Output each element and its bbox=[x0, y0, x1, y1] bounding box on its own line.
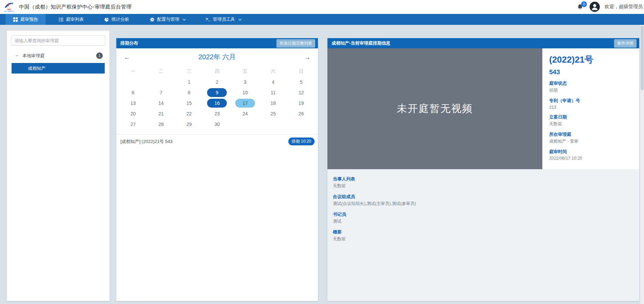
calendar-day[interactable]: 1 bbox=[185, 79, 193, 85]
calendar-day-cell: 11 bbox=[259, 87, 287, 98]
tab-admin-tools[interactable]: >_管理员工具 bbox=[198, 14, 248, 25]
calendar-day-cell: 5 bbox=[287, 77, 315, 87]
case-fields: 庭审状态排期专利（申请）号213立案日期无数据所在审理庭成都知产 - 复审庭审时… bbox=[549, 80, 639, 161]
calendar-day[interactable]: 5 bbox=[297, 79, 306, 85]
calendar-day-cell: 24 bbox=[231, 108, 259, 119]
calendar-day[interactable]: 30 bbox=[213, 122, 221, 127]
sidebar-item-chengdu-court[interactable]: 成都知产 bbox=[12, 63, 105, 74]
schedule-panel-title: 排期分布 bbox=[120, 40, 138, 46]
tab-config-management[interactable]: 配置与管理 bbox=[142, 14, 192, 25]
calendar-day[interactable]: 12 bbox=[297, 90, 306, 95]
calendar-day-cell: 25 bbox=[259, 108, 287, 119]
sidebar-tree-node-local-courts[interactable]: − 本地审理庭 1 bbox=[11, 50, 105, 61]
field-value: 无数据 bbox=[549, 121, 639, 127]
trial-video-area: 未开庭暂无视频 bbox=[327, 48, 542, 169]
court-search-input[interactable] bbox=[11, 35, 105, 46]
logo-swoosh-icon bbox=[4, 1, 14, 9]
field-label: 所在审理庭 bbox=[549, 131, 639, 138]
calendar-day[interactable]: 29 bbox=[185, 122, 193, 127]
ippc-logo: IPPC 知识产权保护中心 bbox=[3, 1, 15, 13]
calendar-day[interactable]: 13 bbox=[129, 100, 137, 106]
field-label: 概要 bbox=[333, 229, 634, 235]
calendar-day[interactable]: 26 bbox=[297, 111, 306, 116]
calendar-day[interactable]: 16 bbox=[207, 99, 227, 108]
field-value: 无数据 bbox=[333, 236, 634, 242]
calendar-empty-cell bbox=[147, 77, 175, 87]
tab-statistics[interactable]: 统计分析 bbox=[97, 14, 137, 25]
case-detail-section: 当事人列表无数据合议组成员测试(合议组组长),测试(主审员),测试(参审员)书记… bbox=[327, 169, 639, 301]
calendar-day-cell: 13 bbox=[119, 98, 147, 108]
tab-trial-preview[interactable]: 庭审预告 bbox=[5, 14, 46, 25]
nav-item-label: 庭审列表 bbox=[66, 16, 84, 22]
calendar-day-cell: 16 bbox=[203, 98, 231, 108]
case-detail-button[interactable]: 案件详情 bbox=[614, 39, 637, 48]
calendar-day[interactable]: 20 bbox=[129, 111, 137, 116]
case-field: 庭审状态排期 bbox=[549, 80, 639, 93]
calendar-day-cell: 27 bbox=[119, 119, 147, 129]
calendar-day[interactable]: 3 bbox=[241, 79, 250, 85]
court-sidebar: − 本地审理庭 1 成都知产 bbox=[7, 31, 109, 301]
calendar-day[interactable]: 9 bbox=[207, 88, 227, 97]
no-video-placeholder: 未开庭暂无视频 bbox=[397, 102, 473, 116]
notification-count-badge: 0 bbox=[581, 1, 587, 7]
calendar-day[interactable]: 27 bbox=[129, 122, 137, 127]
weekday-label: 二 bbox=[147, 66, 175, 77]
next-month-button[interactable]: → bbox=[304, 54, 310, 60]
calendar-day[interactable]: 10 bbox=[241, 90, 250, 95]
detail-field: 当事人列表无数据 bbox=[333, 176, 634, 189]
calendar-day-cell: 1 bbox=[175, 77, 203, 87]
chevron-down-icon bbox=[238, 17, 242, 21]
full-date-list-button[interactable]: 所选日期完整列表 bbox=[276, 39, 315, 48]
weekday-label: 六 bbox=[259, 66, 287, 77]
calendar-day[interactable]: 23 bbox=[213, 111, 221, 116]
collapse-icon[interactable]: − bbox=[16, 53, 21, 58]
calendar-day[interactable]: 19 bbox=[297, 100, 306, 106]
list-icon bbox=[58, 17, 63, 22]
notification-bell-button[interactable]: 0 bbox=[577, 3, 585, 11]
calendar-day[interactable]: 2 bbox=[213, 79, 221, 85]
case-info-card: (2022)21号 543 庭审状态排期专利（申请）号213立案日期无数据所在审… bbox=[542, 48, 639, 169]
calendar-day[interactable]: 18 bbox=[269, 100, 277, 106]
calendar-day-cell: 7 bbox=[147, 87, 175, 98]
app-title: 中国（成都）知识产权保护中心-审理庭后台管理 bbox=[19, 4, 132, 10]
case-number: (2022)21号 bbox=[549, 54, 639, 66]
case-field: 立案日期无数据 bbox=[549, 114, 639, 127]
pie-chart-icon bbox=[104, 17, 109, 22]
weekday-label: 三 bbox=[175, 66, 203, 77]
field-value: 测试 bbox=[333, 219, 634, 224]
detail-field: 合议组成员测试(合议组组长),测试(主审员),测试(参审员) bbox=[333, 194, 634, 207]
calendar-day[interactable]: 4 bbox=[269, 79, 277, 85]
scrollbar-thumb[interactable] bbox=[641, 26, 644, 90]
calendar-day[interactable]: 28 bbox=[157, 122, 166, 127]
court-panel-top: 未开庭暂无视频 (2022)21号 543 庭审状态排期专利（申请）号213立案… bbox=[327, 48, 639, 169]
calendar-day[interactable]: 6 bbox=[129, 90, 137, 95]
calendar-day-cell: 3 bbox=[231, 77, 259, 87]
calendar-day[interactable]: 11 bbox=[269, 90, 277, 95]
calendar-day-cell: 9 bbox=[203, 87, 231, 98]
schedule-event-row[interactable]: [成都知产] (2022)21号 543 排期 10:20 bbox=[116, 134, 318, 148]
field-label: 合议组成员 bbox=[333, 194, 634, 200]
tree-node-label: 本地审理庭 bbox=[22, 53, 45, 59]
calendar-day[interactable]: 17 bbox=[235, 99, 255, 108]
calendar-day[interactable]: 24 bbox=[241, 111, 250, 116]
gear-icon bbox=[150, 17, 154, 22]
calendar-day[interactable]: 15 bbox=[185, 100, 193, 106]
user-avatar[interactable] bbox=[590, 2, 600, 12]
calendar-day-cell: 21 bbox=[147, 108, 175, 119]
nav-item-label: 管理员工具 bbox=[213, 16, 235, 22]
calendar-day-cell: 18 bbox=[259, 98, 287, 108]
calendar-day[interactable]: 8 bbox=[185, 90, 193, 95]
calendar-day[interactable]: 7 bbox=[157, 90, 166, 95]
calendar-empty-cell bbox=[287, 119, 315, 129]
calendar-day[interactable]: 14 bbox=[157, 100, 166, 106]
calendar-day[interactable]: 25 bbox=[269, 111, 277, 116]
weekday-label: 日 bbox=[287, 66, 315, 77]
calendar-day[interactable]: 21 bbox=[157, 111, 166, 116]
prev-month-button[interactable]: ← bbox=[124, 54, 130, 60]
calendar-day[interactable]: 22 bbox=[185, 111, 193, 116]
calendar-day-cell: 15 bbox=[175, 98, 203, 108]
court-panel-header: 成都知产-当前审理庭排期信息 案件详情 bbox=[327, 38, 639, 48]
tab-trial-list[interactable]: 庭审列表 bbox=[51, 14, 91, 25]
nav-item-label: 统计分析 bbox=[112, 16, 129, 22]
detail-field: 书记员测试 bbox=[333, 211, 634, 224]
